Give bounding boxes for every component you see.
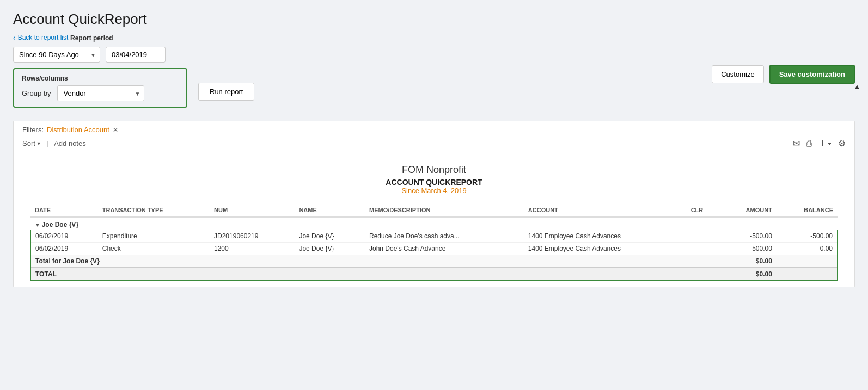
save-customization-button[interactable]: Save customization xyxy=(769,65,855,84)
report-date: Since March 4, 2019 xyxy=(30,187,838,195)
settings-icon[interactable]: ⚙ xyxy=(838,138,846,148)
group-total-row: Total for Joe Doe {V} $0.00 xyxy=(30,255,838,268)
col-num: NUM xyxy=(210,203,295,217)
report-period-label: Report period xyxy=(70,34,113,42)
collapse-arrow-icon[interactable]: ▲ xyxy=(854,83,860,90)
col-amount: AMOUNT xyxy=(720,203,777,217)
group-collapse-icon[interactable]: ▼ xyxy=(35,222,42,228)
col-date: DATE xyxy=(30,203,98,217)
cell-num: JD2019060219 xyxy=(210,230,295,243)
customize-button[interactable]: Customize xyxy=(712,65,763,83)
cell-memo: John Doe's Cash Advance xyxy=(365,243,524,255)
col-transaction-type: TRANSACTION TYPE xyxy=(98,203,210,217)
col-name: NAME xyxy=(295,203,365,217)
filter-tag-distribution-account[interactable]: Distribution Account xyxy=(47,126,109,134)
grand-total-balance xyxy=(777,268,838,281)
run-report-button[interactable]: Run report xyxy=(198,83,254,101)
col-account: ACCOUNT xyxy=(524,203,687,217)
sort-button[interactable]: Sort xyxy=(22,139,41,147)
cell-clr xyxy=(687,243,720,255)
filter-remove-icon[interactable]: ✕ xyxy=(113,126,118,134)
cell-memo: Reduce Joe Doe's cash adva... xyxy=(365,230,524,243)
group-total-amount: $0.00 xyxy=(720,255,777,268)
print-icon[interactable]: ⎙ xyxy=(806,139,812,148)
date-input[interactable] xyxy=(106,47,166,63)
report-company: FOM Nonprofit xyxy=(30,164,838,176)
filters-label: Filters: xyxy=(22,126,44,134)
group-total-balance xyxy=(777,255,838,268)
col-clr: CLR xyxy=(687,203,720,217)
col-balance: BALANCE xyxy=(777,203,838,217)
cell-name: Joe Doe {V} xyxy=(295,230,365,243)
group-header-label: Joe Doe {V} xyxy=(42,221,78,228)
page-title: Account QuickReport xyxy=(13,11,855,28)
table-row: 06/02/2019 Expenditure JD2019060219 Joe … xyxy=(30,230,838,243)
cell-name: Joe Doe {V} xyxy=(295,243,365,255)
cell-date: 06/02/2019 xyxy=(30,243,98,255)
cell-amount: -500.00 xyxy=(720,230,777,243)
cell-type: Expenditure xyxy=(98,230,210,243)
group-total-label: Total for Joe Doe {V} xyxy=(30,255,720,268)
email-icon[interactable]: ✉ xyxy=(793,138,800,148)
cell-account: 1400 Employee Cash Advances xyxy=(524,230,687,243)
report-name: ACCOUNT QUICKREPORT xyxy=(30,178,838,187)
group-by-select[interactable]: Vendor Customer Account Employee xyxy=(57,85,144,101)
grand-total-row: TOTAL $0.00 xyxy=(30,268,838,281)
add-notes-button[interactable]: Add notes xyxy=(54,139,86,147)
cell-type: Check xyxy=(98,243,210,255)
cell-account: 1400 Employee Cash Advances xyxy=(524,243,687,255)
group-header-row: ▼ Joe Doe {V} xyxy=(30,217,838,230)
cell-num: 1200 xyxy=(210,243,295,255)
cell-amount: 500.00 xyxy=(720,243,777,255)
back-to-report-list-link[interactable]: Back to report list xyxy=(13,33,68,42)
table-row: 06/02/2019 Check 1200 Joe Doe {V} John D… xyxy=(30,243,838,255)
rows-columns-label: Rows/columns xyxy=(22,75,179,82)
cell-date: 06/02/2019 xyxy=(30,230,98,243)
group-by-label: Group by xyxy=(22,89,51,97)
cell-balance: 0.00 xyxy=(777,243,838,255)
cell-clr xyxy=(687,230,720,243)
grand-total-amount: $0.00 xyxy=(720,268,777,281)
grand-total-label: TOTAL xyxy=(30,268,720,281)
export-icon[interactable]: ⭳▾ xyxy=(818,139,832,148)
since-period-select[interactable]: Since 90 Days Ago This Month This Quarte… xyxy=(13,47,100,63)
cell-balance: -500.00 xyxy=(777,230,838,243)
col-memo: MEMO/DESCRIPTION xyxy=(365,203,524,217)
